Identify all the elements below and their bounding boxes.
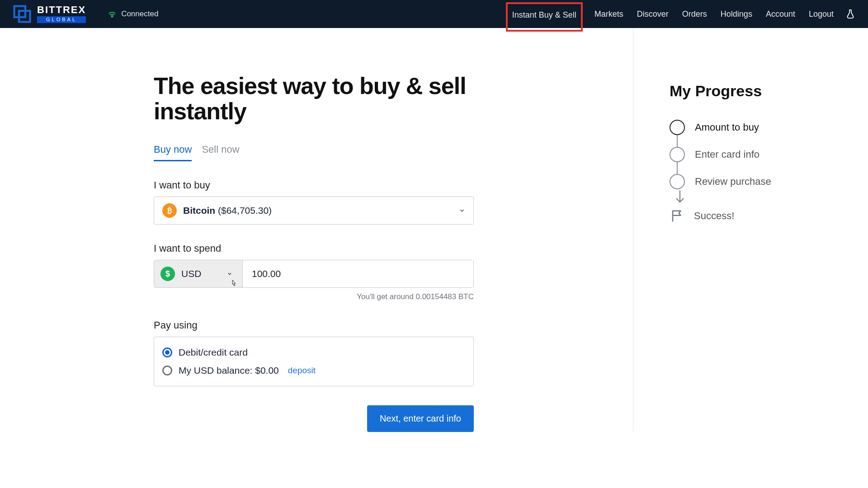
wifi-icon (108, 9, 117, 19)
spend-row: $ USD (154, 260, 474, 288)
progress-sidebar: My Progress Amount to buy Enter card inf… (633, 28, 868, 432)
page-title: The easiest way to buy & sell instantly (154, 73, 470, 124)
arrow-down-icon (675, 190, 685, 206)
buy-sell-tabs: Buy now Sell now (154, 144, 633, 161)
nav-instant-buy-sell[interactable]: Instant Buy & Sell (506, 2, 583, 32)
step-circle-icon (670, 120, 685, 135)
brand-name: BITTREX (37, 5, 86, 15)
primary-nav: Instant Buy & Sell Markets Discover Orde… (506, 1, 855, 27)
progress-step-review: Review purchase (670, 174, 841, 189)
nav-discover[interactable]: Discover (635, 1, 670, 27)
brand-sublabel: GLOBAL (37, 16, 86, 23)
labs-flask-icon[interactable] (845, 9, 855, 19)
nav-markets[interactable]: Markets (593, 1, 625, 27)
deposit-link[interactable]: deposit (288, 366, 316, 375)
brand-text: BITTREX GLOBAL (37, 5, 86, 23)
top-navigation: BITTREX GLOBAL Connected Instant Buy & S… (0, 0, 868, 28)
step-connector (677, 135, 678, 147)
nav-holdings[interactable]: Holdings (719, 1, 754, 27)
asset-selected-label: Bitcoin ($64,705.30) (183, 205, 272, 216)
currency-select[interactable]: $ USD (154, 260, 243, 287)
radio-usd-balance[interactable]: My USD balance: $0.00 deposit (162, 361, 465, 380)
flag-icon (670, 209, 684, 223)
bitcoin-icon: ₿ (162, 203, 177, 218)
progress-step-amount: Amount to buy (670, 120, 841, 135)
main-content: The easiest way to buy & sell instantly … (0, 28, 633, 432)
label-want-to-buy: I want to buy (154, 179, 474, 191)
nav-orders[interactable]: Orders (680, 1, 709, 27)
step-circle-icon (670, 174, 685, 189)
next-enter-card-info-button[interactable]: Next, enter card info (367, 405, 474, 432)
asset-select[interactable]: ₿ Bitcoin ($64,705.30) (154, 197, 474, 225)
bittrex-logo-icon (13, 5, 32, 23)
progress-title: My Progress (670, 82, 841, 100)
pointer-cursor-icon (229, 279, 239, 288)
radio-debit-credit-card[interactable]: Debit/credit card (162, 343, 465, 361)
radio-on-icon (162, 347, 172, 357)
step-connector (677, 162, 678, 174)
step-circle-icon (670, 147, 685, 162)
chevron-down-icon (459, 207, 465, 214)
nav-account[interactable]: Account (764, 1, 797, 27)
estimate-text: You'll get around 0.00154483 BTC (154, 292, 474, 301)
radio-off-icon (162, 366, 172, 375)
chevron-down-icon (227, 271, 232, 277)
connection-label: Connected (121, 9, 158, 19)
progress-step-success: Success! (670, 209, 841, 223)
progress-step-card-info: Enter card info (670, 147, 841, 162)
tab-sell-now[interactable]: Sell now (202, 144, 239, 161)
tab-buy-now[interactable]: Buy now (154, 144, 192, 161)
nav-logout[interactable]: Logout (807, 1, 835, 27)
amount-input[interactable] (243, 260, 473, 287)
brand-logo[interactable]: BITTREX GLOBAL (13, 5, 86, 23)
payment-method-group: Debit/credit card My USD balance: $0.00 … (154, 337, 474, 386)
connection-status: Connected (108, 9, 158, 19)
usd-icon: $ (160, 267, 175, 281)
label-want-to-spend: I want to spend (154, 243, 474, 254)
currency-code-label: USD (181, 268, 201, 279)
label-pay-using: Pay using (154, 319, 474, 331)
